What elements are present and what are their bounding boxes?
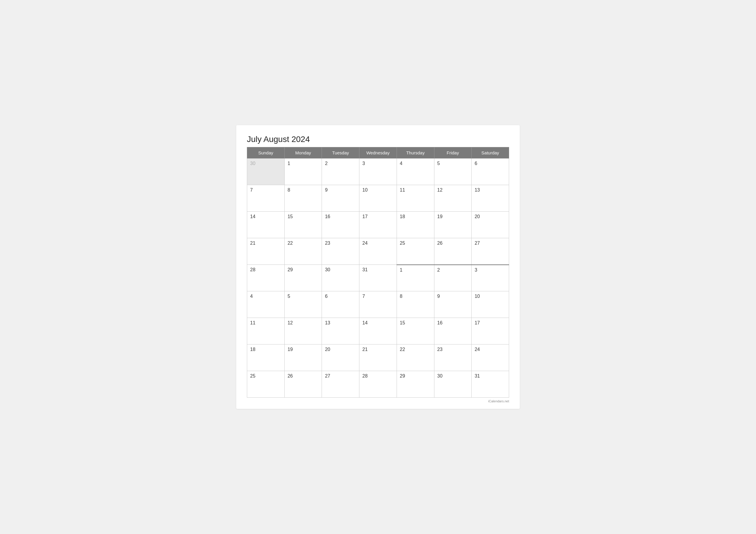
day-number: 17 — [474, 320, 480, 325]
calendar-day-cell[interactable]: 11 — [397, 185, 434, 212]
calendar-day-cell[interactable]: 24 — [472, 344, 509, 371]
calendar-day-cell[interactable]: 15 — [397, 318, 434, 344]
calendar-day-cell[interactable]: 27 — [472, 238, 509, 265]
calendar-day-cell[interactable]: 4 — [247, 291, 285, 318]
day-number: 19 — [437, 214, 443, 219]
calendar-container: July August 2024 SundayMondayTuesdayWedn… — [236, 125, 520, 409]
calendar-day-cell[interactable]: 3 — [472, 265, 509, 291]
header-day-tuesday: Tuesday — [322, 147, 359, 158]
day-number: 20 — [325, 347, 330, 352]
day-number: 3 — [474, 267, 477, 273]
calendar-day-cell[interactable]: 31 — [359, 265, 397, 291]
day-number: 12 — [288, 320, 293, 325]
calendar-day-cell[interactable]: 10 — [472, 291, 509, 318]
day-number: 22 — [288, 241, 293, 246]
day-number: 19 — [288, 347, 293, 352]
day-number: 2 — [437, 267, 440, 273]
calendar-header: SundayMondayTuesdayWednesdayThursdayFrid… — [247, 147, 509, 158]
calendar-day-cell[interactable]: 29 — [284, 265, 322, 291]
day-number: 30 — [437, 373, 443, 378]
calendar-day-cell[interactable]: 4 — [397, 158, 434, 185]
calendar-day-cell[interactable]: 25 — [397, 238, 434, 265]
calendar-week-row: 25262728293031 — [247, 371, 509, 398]
calendar-day-cell[interactable]: 31 — [472, 371, 509, 398]
calendar-day-cell[interactable]: 3 — [359, 158, 397, 185]
calendar-day-cell[interactable]: 22 — [397, 344, 434, 371]
calendar-day-cell[interactable]: 5 — [284, 291, 322, 318]
calendar-day-cell[interactable]: 8 — [397, 291, 434, 318]
day-number: 14 — [362, 320, 368, 325]
calendar-day-cell[interactable]: 1 — [397, 265, 434, 291]
calendar-day-cell[interactable]: 13 — [322, 318, 359, 344]
calendar-day-cell[interactable]: 30 — [322, 265, 359, 291]
calendar-day-cell[interactable]: 28 — [359, 371, 397, 398]
calendar-day-cell[interactable]: 20 — [322, 344, 359, 371]
calendar-day-cell[interactable]: 14 — [247, 212, 285, 238]
day-number: 30 — [325, 267, 330, 272]
day-number: 6 — [474, 161, 477, 166]
calendar-day-cell[interactable]: 12 — [284, 318, 322, 344]
calendar-day-cell[interactable]: 9 — [322, 185, 359, 212]
header-day-friday: Friday — [434, 147, 472, 158]
calendar-day-cell[interactable]: 10 — [359, 185, 397, 212]
calendar-day-cell[interactable]: 2 — [322, 158, 359, 185]
calendar-day-cell[interactable]: 9 — [434, 291, 472, 318]
day-number: 24 — [362, 241, 368, 246]
calendar-day-cell[interactable]: 11 — [247, 318, 285, 344]
header-day-wednesday: Wednesday — [359, 147, 397, 158]
calendar-day-cell[interactable]: 22 — [284, 238, 322, 265]
calendar-day-cell[interactable]: 21 — [359, 344, 397, 371]
calendar-day-cell[interactable]: 7 — [359, 291, 397, 318]
day-number: 9 — [325, 187, 328, 193]
calendar-day-cell[interactable]: 29 — [397, 371, 434, 398]
calendar-day-cell[interactable]: 2 — [434, 265, 472, 291]
calendar-day-cell[interactable]: 12 — [434, 185, 472, 212]
day-number: 5 — [437, 161, 440, 166]
calendar-day-cell[interactable]: 27 — [322, 371, 359, 398]
calendar-day-cell[interactable]: 17 — [472, 318, 509, 344]
calendar-day-cell[interactable]: 26 — [284, 371, 322, 398]
day-number: 5 — [288, 294, 290, 299]
calendar-week-row: 18192021222324 — [247, 344, 509, 371]
day-number: 15 — [400, 320, 405, 325]
header-day-saturday: Saturday — [472, 147, 509, 158]
header-day-sunday: Sunday — [247, 147, 285, 158]
calendar-day-cell[interactable]: 25 — [247, 371, 285, 398]
day-number: 7 — [250, 187, 253, 193]
calendar-day-cell[interactable]: 13 — [472, 185, 509, 212]
day-number: 2 — [325, 161, 328, 166]
calendar-day-cell[interactable]: 21 — [247, 238, 285, 265]
calendar-day-cell[interactable]: 15 — [284, 212, 322, 238]
calendar-day-cell[interactable]: 28 — [247, 265, 285, 291]
day-number: 8 — [288, 187, 290, 193]
calendar-day-cell[interactable]: 17 — [359, 212, 397, 238]
calendar-day-cell[interactable]: 18 — [247, 344, 285, 371]
calendar-day-cell[interactable]: 5 — [434, 158, 472, 185]
calendar-day-cell[interactable]: 6 — [322, 291, 359, 318]
calendar-day-cell[interactable]: 14 — [359, 318, 397, 344]
calendar-day-cell[interactable]: 23 — [434, 344, 472, 371]
day-number: 28 — [250, 267, 256, 272]
calendar-week-row: 28293031123 — [247, 265, 509, 291]
day-number: 9 — [437, 294, 440, 299]
calendar-day-cell[interactable]: 23 — [322, 238, 359, 265]
calendar-day-cell[interactable]: 16 — [434, 318, 472, 344]
calendar-day-cell[interactable]: 30 — [247, 158, 285, 185]
calendar-day-cell[interactable]: 16 — [322, 212, 359, 238]
calendar-day-cell[interactable]: 1 — [284, 158, 322, 185]
calendar-day-cell[interactable]: 24 — [359, 238, 397, 265]
calendar-day-cell[interactable]: 6 — [472, 158, 509, 185]
calendar-day-cell[interactable]: 20 — [472, 212, 509, 238]
day-number: 29 — [400, 373, 405, 378]
calendar-day-cell[interactable]: 7 — [247, 185, 285, 212]
calendar-day-cell[interactable]: 30 — [434, 371, 472, 398]
calendar-day-cell[interactable]: 26 — [434, 238, 472, 265]
calendar-day-cell[interactable]: 18 — [397, 212, 434, 238]
day-number: 15 — [288, 214, 293, 219]
day-number: 28 — [362, 373, 368, 378]
calendar-day-cell[interactable]: 19 — [434, 212, 472, 238]
day-number: 4 — [250, 294, 253, 299]
calendar-day-cell[interactable]: 8 — [284, 185, 322, 212]
calendar-day-cell[interactable]: 19 — [284, 344, 322, 371]
day-number: 10 — [474, 294, 480, 299]
